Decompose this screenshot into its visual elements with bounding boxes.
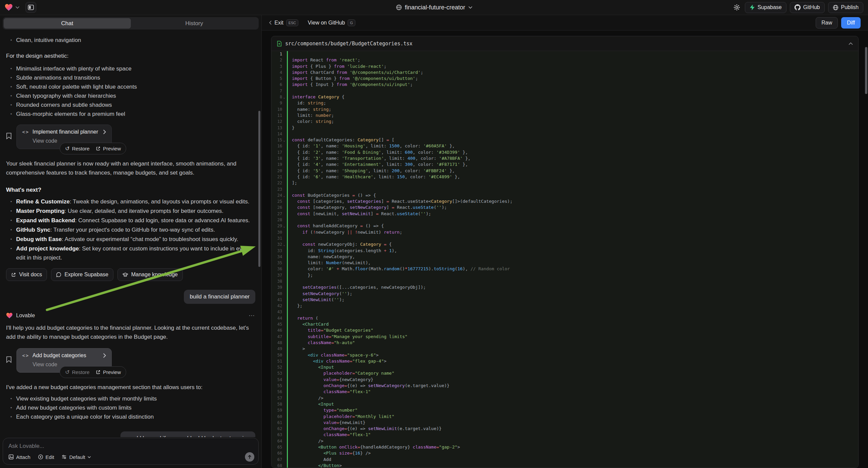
fold-caret-icon[interactable]: ⌄	[282, 193, 286, 199]
chat-scrollbar[interactable]	[258, 111, 260, 267]
code-line-content	[287, 309, 858, 315]
fold-caret-icon[interactable]: ⌄	[282, 137, 286, 143]
code-line-content	[287, 235, 858, 241]
manage-knowledge-button[interactable]: Manage knowledge	[118, 268, 183, 281]
file-header[interactable]: src/components/budget/BudgetCategories.t…	[272, 36, 858, 51]
code-line: 19 { id: '4', name: 'Entertainment', lim…	[272, 162, 858, 168]
chat-messages: Clean, intuitive navigation For the desi…	[0, 33, 261, 437]
scrollbar-thumb[interactable]	[865, 47, 867, 94]
chevron-right-icon[interactable]	[103, 129, 106, 134]
preview-button[interactable]: Preview	[96, 369, 121, 375]
code-line: 22];	[272, 180, 858, 186]
code-line: 47 subtitle="Manage your spending limits…	[272, 334, 858, 340]
user-message-bubble: would be cool if you could add budget ca…	[120, 431, 255, 437]
line-number: 33	[272, 248, 287, 254]
restore-icon: ↺	[65, 369, 69, 375]
code-line-content: setNewCategory('');	[287, 291, 858, 297]
code-line-content: >	[287, 346, 858, 352]
code-line-content: <Plus size={16} />	[287, 450, 858, 456]
line-number: 5	[272, 76, 287, 82]
chevron-right-icon[interactable]	[103, 353, 106, 358]
topbar: financial-future-creator Supabase	[0, 0, 868, 15]
lovable-heart-logo[interactable]	[5, 4, 13, 11]
line-number: 6	[272, 82, 287, 88]
code-line-content: title="Budget Categories"	[287, 327, 858, 333]
line-number: 25	[272, 198, 287, 204]
assistant-header: Lovable ⋯	[6, 312, 255, 319]
code-line-content: };	[287, 272, 858, 278]
list-item: Add project knowledge: Set key context o…	[16, 244, 255, 262]
chevron-up-icon[interactable]	[848, 42, 853, 45]
fold-caret-icon[interactable]: ⌄	[282, 94, 286, 100]
code-line-content	[287, 51, 858, 57]
chat-input[interactable]: Ask Lovable...	[8, 443, 253, 449]
code-line-content: import { Button } from '@/components/ui/…	[287, 76, 858, 82]
whats-next-heading: What's next?	[6, 185, 255, 195]
code-line: 27 const [newLimit, setNewLimit] = React…	[272, 211, 858, 217]
chevron-down-icon[interactable]	[16, 6, 20, 9]
raw-toggle-button[interactable]: Raw	[816, 17, 838, 29]
attach-button[interactable]: Attach	[8, 454, 31, 460]
list-item: Debug with Ease: Activate our experiment…	[16, 235, 255, 244]
bookmark-icon[interactable]	[6, 133, 12, 149]
diff-toggle-button[interactable]: Diff	[841, 17, 861, 29]
line-number: 16	[272, 143, 287, 149]
explore-supabase-button[interactable]: Explore Supabase	[51, 268, 114, 281]
fold-caret-icon[interactable]: ⌄	[282, 223, 286, 229]
supabase-button[interactable]: Supabase	[745, 2, 786, 13]
code-line: 59 type="number"	[272, 407, 858, 413]
publish-button[interactable]: Publish	[828, 2, 863, 13]
more-menu-icon[interactable]: ⋯	[249, 312, 255, 319]
github-button[interactable]: GitHub	[790, 2, 825, 13]
view-on-github-button[interactable]: View on GitHub G	[308, 20, 355, 26]
exit-button[interactable]: Exit ESC	[269, 20, 298, 26]
list-item: GitHub Sync: Transfer your project's cod…	[16, 225, 255, 234]
code-line: 28	[272, 217, 858, 223]
code-icon: <>	[22, 129, 29, 135]
fold-caret-icon[interactable]: ⌄	[282, 242, 286, 248]
line-number: 13	[272, 125, 287, 131]
code-line-content: onChange={(e) => setNewCategory(e.target…	[287, 383, 858, 389]
restore-preview-pill: ↺ Restore Preview	[60, 366, 126, 378]
tab-history[interactable]: History	[131, 18, 258, 29]
code-line-content: { id: '3', name: 'Transportation', limit…	[287, 155, 858, 162]
send-button[interactable]	[245, 452, 254, 462]
bookmark-icon[interactable]	[6, 356, 12, 373]
code-editor[interactable]: 12import React from 'react';3import { Pl…	[272, 51, 858, 468]
code-line: 23	[272, 186, 858, 193]
settings-button[interactable]	[732, 2, 742, 13]
code-line-content: const defaultCategories: Category[] = [	[287, 137, 858, 143]
code-line-content: if (!newCategory || !newLimit) return;	[287, 229, 858, 235]
code-line: 18 { id: '3', name: 'Transportation', li…	[272, 155, 858, 162]
line-number: 53	[272, 370, 287, 376]
visit-docs-button[interactable]: Visit docs	[6, 268, 47, 281]
list-item: Rounded corners and subtle shadows	[16, 101, 255, 110]
model-selector[interactable]: Default	[61, 454, 91, 460]
composer[interactable]: Ask Lovable... Attach Edit	[3, 438, 259, 465]
lovable-heart-icon	[6, 313, 13, 319]
code-line: 32⌄ const newCategoryObj: Category = {	[272, 241, 858, 247]
code-line-content	[287, 278, 858, 284]
page-scrollbar[interactable]	[865, 32, 867, 467]
tab-chat[interactable]: Chat	[4, 18, 131, 29]
sidebar-toggle-button[interactable]	[26, 2, 36, 13]
quick-action-buttons: Visit docsExplore SupabaseManage knowled…	[6, 268, 255, 281]
list-item: Master Prompting: Use clear, detailed, a…	[16, 206, 255, 215]
globe-icon	[396, 4, 402, 10]
version-card-row: <> Implement financial planner View code…	[6, 124, 255, 149]
line-number: 42	[272, 303, 287, 309]
restore-button[interactable]: ↺ Restore	[65, 145, 90, 152]
version-card-implement-financial-planner[interactable]: <> Implement financial planner View code…	[17, 124, 112, 149]
line-number: 10	[272, 107, 287, 113]
code-line-content	[287, 88, 858, 94]
version-card-add-budget-categories[interactable]: <> Add budget categories View code ↺ Res…	[17, 348, 112, 373]
restore-button[interactable]: ↺ Restore	[65, 369, 90, 375]
code-line: 46 title="Budget Categories"	[272, 327, 858, 333]
preview-button[interactable]: Preview	[96, 146, 121, 151]
edit-mode-button[interactable]: Edit	[38, 454, 54, 460]
code-line-content	[287, 131, 858, 137]
composer-toolbar: Attach Edit Default	[8, 452, 254, 462]
project-name[interactable]: financial-future-creator	[405, 4, 465, 11]
chevron-down-icon[interactable]	[468, 6, 472, 9]
code-line: 65 <Button onClick={handleAddCategory} c…	[272, 444, 858, 450]
